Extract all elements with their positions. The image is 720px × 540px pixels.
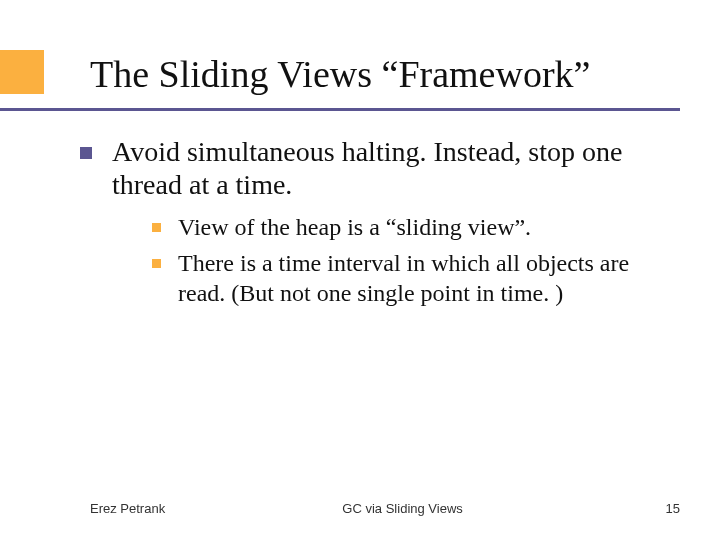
- footer-page-number: 15: [640, 501, 680, 516]
- footer-author: Erez Petrank: [90, 501, 165, 516]
- title-block: The Sliding Views “Framework”: [0, 0, 720, 105]
- bullet-text: View of the heap is a “sliding view”.: [178, 214, 531, 240]
- slide: The Sliding Views “Framework” Avoid simu…: [0, 0, 720, 540]
- bullet-text: There is a time interval in which all ob…: [178, 250, 629, 306]
- bullet-list-level2: View of the heap is a “sliding view”. Th…: [112, 212, 670, 308]
- content-area: Avoid simultaneous halting. Instead, sto…: [0, 105, 720, 308]
- bullet-text: Avoid simultaneous halting. Instead, sto…: [112, 136, 622, 201]
- list-item: There is a time interval in which all ob…: [152, 248, 670, 308]
- bullet-list-level1: Avoid simultaneous halting. Instead, sto…: [80, 135, 670, 308]
- slide-title: The Sliding Views “Framework”: [90, 55, 680, 95]
- footer: Erez Petrank GC via Sliding Views 15: [0, 501, 720, 516]
- title-underline: [0, 108, 680, 111]
- list-item: Avoid simultaneous halting. Instead, sto…: [80, 135, 670, 308]
- footer-title: GC via Sliding Views: [165, 501, 640, 516]
- list-item: View of the heap is a “sliding view”.: [152, 212, 670, 242]
